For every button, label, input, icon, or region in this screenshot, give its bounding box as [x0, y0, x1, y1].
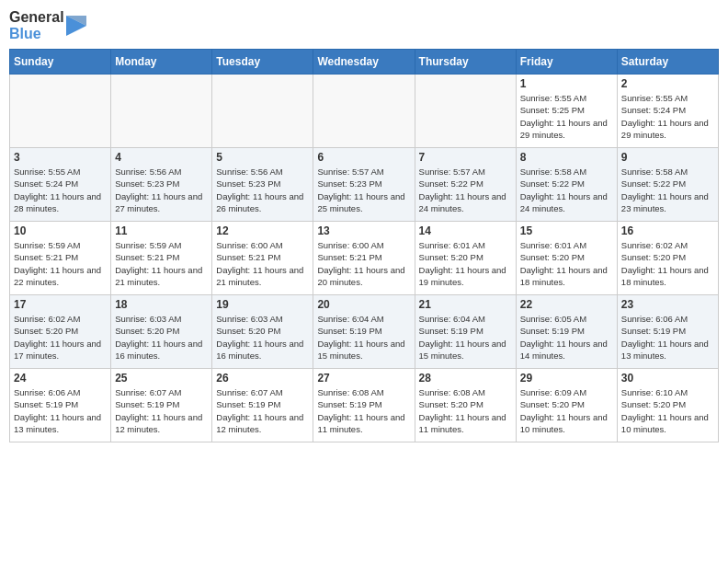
day-cell [415, 75, 516, 148]
day-number: 9 [621, 151, 714, 164]
day-cell: 27Sunrise: 6:08 AM Sunset: 5:19 PM Dayli… [313, 369, 415, 442]
day-number: 23 [621, 298, 714, 311]
day-number: 27 [317, 372, 410, 385]
day-info: Sunrise: 5:55 AM Sunset: 5:24 PM Dayligh… [621, 92, 714, 141]
day-number: 13 [317, 224, 410, 237]
header-cell-friday: Friday [516, 50, 617, 75]
day-number: 24 [14, 372, 107, 385]
day-number: 19 [216, 298, 309, 311]
header-cell-thursday: Thursday [415, 50, 516, 75]
header-cell-sunday: Sunday [10, 50, 111, 75]
day-number: 20 [317, 298, 410, 311]
day-info: Sunrise: 6:02 AM Sunset: 5:20 PM Dayligh… [621, 239, 714, 288]
day-info: Sunrise: 5:55 AM Sunset: 5:24 PM Dayligh… [14, 166, 107, 214]
day-cell: 19Sunrise: 6:03 AM Sunset: 5:20 PM Dayli… [212, 295, 313, 369]
day-number: 7 [419, 151, 512, 164]
day-number: 5 [216, 151, 309, 164]
day-number: 25 [115, 372, 208, 385]
day-number: 22 [520, 298, 613, 311]
day-cell: 2Sunrise: 5:55 AM Sunset: 5:24 PM Daylig… [617, 75, 718, 148]
day-number: 28 [419, 372, 512, 385]
day-number: 4 [115, 151, 208, 164]
day-number: 26 [216, 372, 309, 385]
day-info: Sunrise: 5:57 AM Sunset: 5:22 PM Dayligh… [419, 166, 512, 214]
day-info: Sunrise: 5:55 AM Sunset: 5:25 PM Dayligh… [520, 92, 613, 141]
day-info: Sunrise: 5:59 AM Sunset: 5:21 PM Dayligh… [14, 239, 107, 288]
day-cell: 8Sunrise: 5:58 AM Sunset: 5:22 PM Daylig… [516, 148, 617, 222]
day-info: Sunrise: 6:03 AM Sunset: 5:20 PM Dayligh… [216, 313, 309, 362]
day-cell: 29Sunrise: 6:09 AM Sunset: 5:20 PM Dayli… [516, 369, 617, 442]
day-number: 10 [14, 224, 107, 237]
day-cell: 10Sunrise: 5:59 AM Sunset: 5:21 PM Dayli… [10, 222, 111, 295]
day-cell: 5Sunrise: 5:56 AM Sunset: 5:23 PM Daylig… [212, 148, 313, 222]
day-cell: 4Sunrise: 5:56 AM Sunset: 5:23 PM Daylig… [111, 148, 212, 222]
day-info: Sunrise: 6:01 AM Sunset: 5:20 PM Dayligh… [419, 239, 512, 288]
day-info: Sunrise: 6:00 AM Sunset: 5:21 PM Dayligh… [216, 239, 309, 288]
day-number: 30 [621, 372, 714, 385]
day-info: Sunrise: 5:56 AM Sunset: 5:23 PM Dayligh… [216, 166, 309, 214]
day-info: Sunrise: 6:06 AM Sunset: 5:19 PM Dayligh… [14, 386, 107, 435]
day-number: 1 [520, 77, 613, 90]
day-info: Sunrise: 6:01 AM Sunset: 5:20 PM Dayligh… [520, 239, 613, 288]
week-row-0: 1Sunrise: 5:55 AM Sunset: 5:25 PM Daylig… [10, 75, 719, 148]
day-info: Sunrise: 6:04 AM Sunset: 5:19 PM Dayligh… [419, 313, 512, 362]
day-info: Sunrise: 5:59 AM Sunset: 5:21 PM Dayligh… [115, 239, 208, 288]
day-cell: 13Sunrise: 6:00 AM Sunset: 5:21 PM Dayli… [313, 222, 415, 295]
day-cell: 24Sunrise: 6:06 AM Sunset: 5:19 PM Dayli… [10, 369, 111, 442]
day-info: Sunrise: 6:05 AM Sunset: 5:19 PM Dayligh… [520, 313, 613, 362]
day-cell: 30Sunrise: 6:10 AM Sunset: 5:20 PM Dayli… [617, 369, 718, 442]
day-number: 15 [520, 224, 613, 237]
day-info: Sunrise: 6:07 AM Sunset: 5:19 PM Dayligh… [216, 386, 309, 435]
day-cell [111, 75, 212, 148]
header-cell-monday: Monday [111, 50, 212, 75]
day-number: 29 [520, 372, 613, 385]
header-row: SundayMondayTuesdayWednesdayThursdayFrid… [10, 50, 719, 75]
day-number: 17 [14, 298, 107, 311]
day-number: 6 [317, 151, 410, 164]
day-number: 11 [115, 224, 208, 237]
logo-general: General [9, 9, 64, 26]
day-cell: 16Sunrise: 6:02 AM Sunset: 5:20 PM Dayli… [617, 222, 718, 295]
day-cell: 11Sunrise: 5:59 AM Sunset: 5:21 PM Dayli… [111, 222, 212, 295]
day-info: Sunrise: 6:04 AM Sunset: 5:19 PM Dayligh… [317, 313, 410, 362]
day-cell [10, 75, 111, 148]
day-number: 14 [419, 224, 512, 237]
day-cell: 25Sunrise: 6:07 AM Sunset: 5:19 PM Dayli… [111, 369, 212, 442]
logo-blue: Blue [9, 26, 64, 42]
header: General Blue [9, 9, 719, 41]
day-info: Sunrise: 5:57 AM Sunset: 5:23 PM Dayligh… [317, 166, 410, 214]
day-cell: 23Sunrise: 6:06 AM Sunset: 5:19 PM Dayli… [617, 295, 718, 369]
day-cell: 15Sunrise: 6:01 AM Sunset: 5:20 PM Dayli… [516, 222, 617, 295]
day-cell: 3Sunrise: 5:55 AM Sunset: 5:24 PM Daylig… [10, 148, 111, 222]
day-info: Sunrise: 6:08 AM Sunset: 5:19 PM Dayligh… [317, 386, 410, 435]
header-cell-tuesday: Tuesday [212, 50, 313, 75]
day-info: Sunrise: 6:03 AM Sunset: 5:20 PM Dayligh… [115, 313, 208, 362]
week-row-3: 17Sunrise: 6:02 AM Sunset: 5:20 PM Dayli… [10, 295, 719, 369]
day-cell: 6Sunrise: 5:57 AM Sunset: 5:23 PM Daylig… [313, 148, 415, 222]
day-number: 2 [621, 77, 714, 90]
day-cell: 12Sunrise: 6:00 AM Sunset: 5:21 PM Dayli… [212, 222, 313, 295]
day-info: Sunrise: 5:56 AM Sunset: 5:23 PM Dayligh… [115, 166, 208, 214]
day-cell [212, 75, 313, 148]
logo-graphic: General Blue [9, 9, 86, 41]
day-number: 8 [520, 151, 613, 164]
day-cell: 7Sunrise: 5:57 AM Sunset: 5:22 PM Daylig… [415, 148, 516, 222]
day-info: Sunrise: 6:08 AM Sunset: 5:20 PM Dayligh… [419, 386, 512, 435]
day-cell: 1Sunrise: 5:55 AM Sunset: 5:25 PM Daylig… [516, 75, 617, 148]
day-cell: 20Sunrise: 6:04 AM Sunset: 5:19 PM Dayli… [313, 295, 415, 369]
day-cell: 28Sunrise: 6:08 AM Sunset: 5:20 PM Dayli… [415, 369, 516, 442]
day-info: Sunrise: 6:10 AM Sunset: 5:20 PM Dayligh… [621, 386, 714, 435]
day-info: Sunrise: 6:09 AM Sunset: 5:20 PM Dayligh… [520, 386, 613, 435]
header-cell-wednesday: Wednesday [313, 50, 415, 75]
day-cell: 22Sunrise: 6:05 AM Sunset: 5:19 PM Dayli… [516, 295, 617, 369]
week-row-2: 10Sunrise: 5:59 AM Sunset: 5:21 PM Dayli… [10, 222, 719, 295]
week-row-1: 3Sunrise: 5:55 AM Sunset: 5:24 PM Daylig… [10, 148, 719, 222]
week-row-4: 24Sunrise: 6:06 AM Sunset: 5:19 PM Dayli… [10, 369, 719, 442]
day-info: Sunrise: 5:58 AM Sunset: 5:22 PM Dayligh… [520, 166, 613, 214]
day-cell: 21Sunrise: 6:04 AM Sunset: 5:19 PM Dayli… [415, 295, 516, 369]
day-cell: 17Sunrise: 6:02 AM Sunset: 5:20 PM Dayli… [10, 295, 111, 369]
day-number: 18 [115, 298, 208, 311]
day-number: 12 [216, 224, 309, 237]
logo-arrow-icon [66, 16, 86, 36]
day-cell [313, 75, 415, 148]
